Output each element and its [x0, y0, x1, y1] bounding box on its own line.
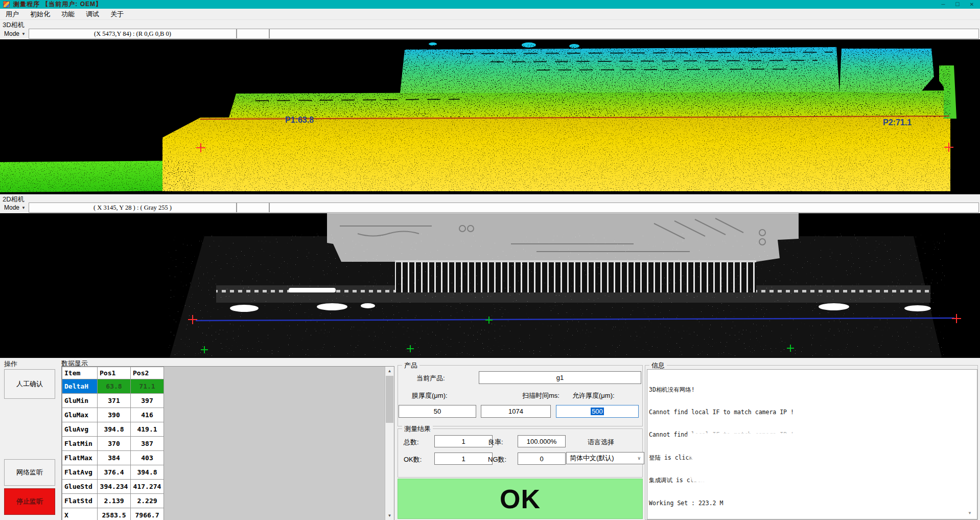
- table-row[interactable]: GluAvg394.8419.1: [62, 422, 164, 437]
- table-row[interactable]: GluMin371397: [62, 394, 164, 408]
- total-count-field[interactable]: 1: [434, 435, 493, 447]
- ok-count-field[interactable]: 1: [434, 453, 493, 465]
- title-bar: 测量程序 【当前用户: OEM】 ─ ☐ ✕: [0, 0, 980, 9]
- menu-bar: 用户 初始化 功能 调试 关于: [0, 9, 980, 20]
- table-row[interactable]: X2583.57966.7: [62, 508, 164, 520]
- table-row[interactable]: FlatMax384403: [62, 451, 164, 465]
- maximize-icon[interactable]: ☐: [950, 0, 965, 9]
- app-icon: [3, 1, 10, 8]
- result-status-panel: OK: [398, 479, 643, 519]
- ok-count-label: OK数:: [404, 455, 422, 464]
- menu-user[interactable]: 用户: [0, 9, 25, 19]
- language-selected-value: 简体中文(默认): [570, 454, 614, 463]
- camera3d-toolbar: Mode ▼ (X 5473,Y 84) : (R 0,G 0,B 0): [1, 29, 979, 39]
- header-pos2[interactable]: Pos2: [131, 367, 164, 379]
- chevron-down-icon: ▼: [21, 32, 26, 36]
- table-row[interactable]: FlatAvg376.4394.8: [62, 465, 164, 480]
- table-row[interactable]: GluMax390416: [62, 408, 164, 422]
- p2-measurement-label: P2:71.1: [883, 118, 912, 127]
- noise-overlay: [169, 234, 945, 356]
- operation-label: 操作: [4, 359, 17, 369]
- camera2d-toolbar: Mode ▼ ( X 3145, Y 28 ) : ( Gray 255 ): [1, 202, 979, 213]
- allow-thickness-label: 允许厚度(μm):: [572, 391, 615, 400]
- menu-init[interactable]: 初始化: [25, 9, 56, 19]
- log-line: Working Set : 223.2 M: [649, 500, 977, 507]
- table-row[interactable]: GlueStd394.234417.274: [62, 480, 164, 494]
- manual-confirm-button[interactable]: 人工确认: [4, 369, 55, 399]
- log-line: Cannot find local IF to match camera IP …: [649, 409, 977, 416]
- chevron-down-icon: ▼: [21, 206, 26, 210]
- ng-count-field[interactable]: 0: [518, 453, 566, 465]
- camera2d-mode-button[interactable]: Mode ▼: [1, 202, 29, 213]
- language-select-label: 语言选择: [588, 438, 614, 447]
- allow-thickness-field[interactable]: 500: [556, 405, 639, 418]
- log-scroll-down-icon[interactable]: ▼: [968, 511, 972, 515]
- grid-scrollbar[interactable]: ▲ ▼: [385, 367, 394, 520]
- header-item[interactable]: Item: [62, 367, 98, 379]
- noise-overlay: [225, 44, 950, 117]
- camera3d-mode-button[interactable]: Mode ▼: [1, 29, 29, 39]
- table-header-row: Item Pos1 Pos2: [62, 367, 164, 379]
- minimize-icon[interactable]: ─: [936, 0, 950, 9]
- table-row[interactable]: DeltaH63.871.1: [62, 379, 164, 394]
- film-thickness-field[interactable]: 50: [399, 405, 476, 418]
- camera3d-mode-label: Mode: [4, 30, 19, 37]
- stop-listen-button[interactable]: 停止监听: [4, 488, 55, 515]
- product-group-label: 产品: [402, 361, 419, 370]
- noise-overlay: [0, 161, 197, 192]
- film-thickness-label: 膜厚度(μm):: [412, 391, 448, 400]
- scroll-up-icon[interactable]: ▲: [385, 367, 394, 375]
- language-select[interactable]: 简体中文(默认) ∨: [566, 452, 644, 464]
- total-label: 总数:: [404, 438, 419, 447]
- yield-field[interactable]: 100.000%: [518, 435, 566, 447]
- noise-overlay: [162, 116, 951, 191]
- close-icon[interactable]: ✕: [965, 0, 979, 9]
- yield-label: 良率:: [488, 438, 503, 447]
- scrollbar-thumb[interactable]: [386, 376, 393, 423]
- header-pos1[interactable]: Pos1: [98, 367, 131, 379]
- scan-time-label: 扫描时间ms:: [522, 391, 559, 400]
- table-row[interactable]: FlatStd2.1392.229: [62, 494, 164, 508]
- camera3d-pixel-readout: (X 5473,Y 84) : (R 0,G 0,B 0): [29, 29, 237, 39]
- menu-about[interactable]: 关于: [105, 9, 129, 19]
- data-grid[interactable]: Item Pos1 Pos2 DeltaH63.871.1 GluMin3713…: [61, 366, 394, 520]
- ng-count-label: NG数:: [488, 455, 506, 464]
- camera2d-mode-label: Mode: [4, 204, 19, 211]
- camera3d-view[interactable]: P1:63.8 P2:71.1: [0, 39, 980, 194]
- combo-arrow-icon: ∨: [637, 456, 641, 461]
- current-product-label: 当前产品:: [416, 374, 445, 383]
- menu-debug[interactable]: 调试: [80, 9, 105, 19]
- redaction-smudge: [687, 434, 825, 457]
- menu-function[interactable]: 功能: [56, 9, 80, 19]
- camera2d-view[interactable]: [0, 213, 980, 358]
- p1-measurement-label: P1:63.8: [285, 116, 314, 124]
- camera2d-pixel-readout: ( X 3145, Y 28 ) : ( Gray 255 ): [29, 202, 237, 213]
- window-title: 测量程序 【当前用户: OEM】: [13, 0, 102, 9]
- current-product-field[interactable]: g1: [479, 371, 641, 384]
- scan-time-field[interactable]: 1074: [481, 405, 551, 418]
- redaction-smudge: [691, 458, 732, 482]
- camera2d-toolbar-box: [237, 202, 269, 213]
- scroll-down-icon[interactable]: ▼: [385, 511, 394, 520]
- measurement-table: Item Pos1 Pos2 DeltaH63.871.1 GluMin3713…: [62, 367, 164, 520]
- results-group-label: 测量结果: [402, 424, 433, 434]
- selected-text: 500: [591, 408, 604, 415]
- camera3d-toolbar-box: [237, 29, 269, 39]
- camera3d-toolbar-box-wide: [269, 29, 979, 39]
- network-listen-button[interactable]: 网络监听: [4, 459, 55, 486]
- camera2d-toolbar-box-wide: [269, 202, 979, 213]
- table-row[interactable]: FlatMin370387: [62, 437, 164, 451]
- log-line: 3D相机没有网络!: [649, 386, 977, 394]
